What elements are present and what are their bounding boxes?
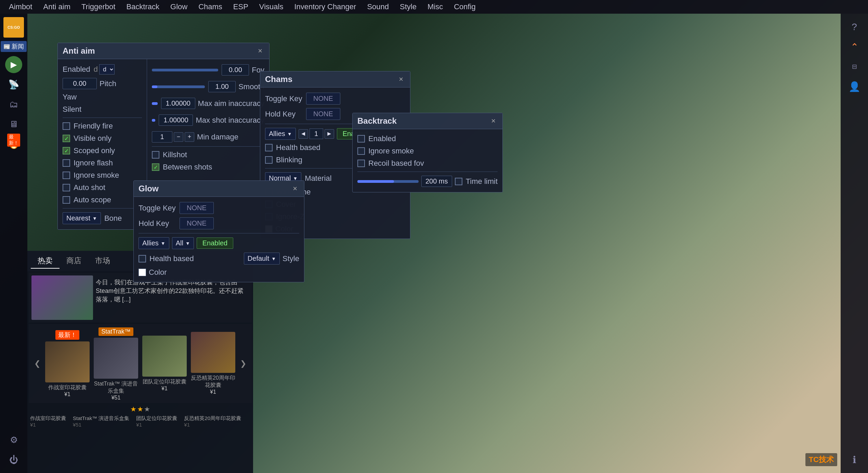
cb-between-shots[interactable]: [152, 163, 159, 171]
watermark: TC技术: [805, 453, 837, 466]
main-content: 热卖 商店 市场 今日，我们在游戏中上架了作战室印花胶囊，包含由Steam创意工…: [27, 14, 841, 473]
glow-toggle-key-btn[interactable]: NONE: [180, 202, 214, 214]
sidebar-monitor-icon[interactable]: 🖥: [5, 116, 22, 133]
right-question-icon[interactable]: ?: [846, 18, 863, 36]
menu-glow[interactable]: Glow: [165, 1, 193, 13]
new-badge-label: 最新！: [7, 134, 20, 147]
visible-only-label: Visible only: [74, 134, 111, 143]
time-limit-label: Time limit: [466, 177, 498, 186]
backtrack-panel: Backtrack × Enabled Ignore smoke Recoil …: [352, 113, 503, 192]
item-labels-row: 作战室印花胶囊¥1 StatTrak™ 演进音乐盒集¥51 团队定位印花胶囊¥1…: [27, 415, 253, 429]
max-shot-slider-track[interactable]: [152, 119, 155, 122]
chams-toggle-key-label: Toggle Key: [265, 94, 306, 103]
glow-allies-dropdown[interactable]: Allies ▼: [139, 237, 169, 249]
tab-store[interactable]: 商店: [60, 254, 88, 269]
min-damage-minus[interactable]: −: [174, 132, 183, 142]
backtrack-body: Enabled Ignore smoke Recoil based fov 20…: [353, 129, 502, 192]
menu-triggerbot[interactable]: Triggerbot: [76, 1, 121, 13]
menu-sound[interactable]: Sound: [361, 1, 394, 13]
cb-chams-blinking[interactable]: [265, 156, 273, 164]
backtrack-time-limit-row: 200 ms Time limit: [357, 174, 498, 189]
min-damage-plus[interactable]: +: [185, 132, 194, 142]
glow-hold-key-btn[interactable]: NONE: [180, 217, 214, 229]
enabled-select[interactable]: d: [99, 64, 115, 75]
cb-visible-only[interactable]: [63, 135, 70, 142]
sidebar-power-icon[interactable]: ⏻: [5, 451, 22, 468]
sidebar-inventory-icon[interactable]: 🗂: [5, 96, 22, 113]
menu-backtrack[interactable]: Backtrack: [121, 1, 165, 13]
chams-counter-next[interactable]: ►: [325, 129, 334, 139]
menu-chams[interactable]: Chams: [193, 1, 228, 13]
right-chevron-icon[interactable]: ⌃: [846, 38, 863, 55]
menu-antiaim[interactable]: Anti aim: [38, 1, 76, 13]
glow-default-dropdown[interactable]: Default ▼: [244, 253, 280, 265]
glow-color-swatch[interactable]: [139, 269, 146, 276]
chams-counter-prev[interactable]: ◄: [299, 129, 308, 139]
cb-auto-scope[interactable]: [63, 196, 70, 204]
right-mini-icon[interactable]: ⊟: [846, 58, 863, 75]
cb-time-limit[interactable]: [455, 178, 462, 185]
smooth-slider-fill: [152, 85, 157, 88]
menu-esp[interactable]: ESP: [228, 1, 254, 13]
backtrack-close[interactable]: ×: [489, 116, 498, 126]
sidebar-play-btn[interactable]: ▶: [5, 56, 22, 73]
cb-auto-shot[interactable]: [63, 184, 70, 191]
auto-scope-label: Auto scope: [74, 195, 111, 204]
glow-enabled-btn[interactable]: Enabled: [197, 238, 233, 249]
right-sidebar: ? ⌃ ⊟ 👤 ℹ: [841, 14, 868, 473]
chams-toggle-key-row: Toggle Key NONE: [265, 91, 405, 106]
item-name-2: 团队定位印花胶囊: [140, 378, 189, 386]
prev-btn[interactable]: ❮: [31, 359, 43, 368]
sidebar-new-item-icon[interactable]: 最新！ 🔥: [5, 135, 22, 152]
news-btn[interactable]: 📰新闻: [1, 41, 27, 52]
chams-toggle-key-btn[interactable]: NONE: [306, 93, 340, 105]
cb-scoped-only[interactable]: [63, 147, 70, 154]
menu-visuals[interactable]: Visuals: [254, 1, 289, 13]
glow-allies-row: Allies ▼ All ▼ Enabled: [139, 235, 299, 251]
enabled-dropdown-icon[interactable]: d: [99, 64, 115, 75]
fov-value: 0.00: [222, 64, 249, 76]
menu-misc[interactable]: Misc: [422, 1, 448, 13]
next-btn[interactable]: ❯: [237, 359, 249, 368]
cb-backtrack-ignore-smoke[interactable]: [357, 147, 365, 155]
anti-aim-close[interactable]: ×: [256, 46, 264, 56]
fov-slider-track[interactable]: [152, 69, 218, 71]
smooth-slider-container: [152, 85, 205, 88]
glow-close[interactable]: ×: [291, 184, 299, 194]
smooth-slider-track[interactable]: [152, 85, 205, 88]
tab-hot[interactable]: 热卖: [31, 254, 60, 269]
tab-market[interactable]: 市场: [88, 254, 117, 269]
friendly-fire-label: Friendly fire: [74, 122, 113, 131]
backtrack-enabled-label: Enabled: [368, 134, 396, 143]
glow-all-label: All: [176, 239, 183, 247]
cb-glow-health-based[interactable]: [139, 255, 146, 262]
chams-close[interactable]: ×: [397, 74, 405, 84]
menu-inventory-changer[interactable]: Inventory Changer: [289, 1, 361, 13]
cb-backtrack-enabled[interactable]: [357, 135, 365, 143]
chams-allies-dropdown[interactable]: Allies ▼: [265, 128, 296, 140]
cb-ignore-smoke[interactable]: [63, 172, 70, 179]
sidebar-settings-icon[interactable]: ⚙: [5, 431, 22, 448]
menu-aimbot[interactable]: Aimbot: [3, 1, 38, 13]
menu-config[interactable]: Config: [448, 1, 481, 13]
chams-hold-key-btn[interactable]: NONE: [306, 108, 340, 120]
cb-ignore-flash[interactable]: [63, 159, 70, 167]
sidebar-radio-icon[interactable]: 📡: [5, 76, 22, 93]
glow-all-dropdown[interactable]: All ▼: [172, 237, 194, 249]
time-limit-slider-track[interactable]: [357, 180, 419, 183]
right-info-icon[interactable]: ℹ: [846, 451, 863, 468]
cb-friendly-fire[interactable]: [63, 122, 70, 130]
glow-toggle-key-label: Toggle Key: [139, 204, 180, 213]
min-damage-input[interactable]: [152, 131, 172, 143]
right-user-icon[interactable]: 👤: [846, 78, 863, 95]
max-aim-slider-container: [152, 102, 158, 105]
nearest-dropdown[interactable]: Nearest ▼: [63, 212, 101, 224]
item-img-2: [142, 336, 187, 377]
cb-chams-health-based[interactable]: [265, 144, 273, 151]
max-shot-value: 1.00000: [159, 114, 193, 126]
menu-style[interactable]: Style: [394, 1, 422, 13]
cb-backtrack-recoil[interactable]: [357, 160, 365, 167]
max-aim-slider-track[interactable]: [152, 102, 158, 105]
cb-killshot[interactable]: [152, 151, 159, 159]
pitch-input[interactable]: [63, 78, 97, 89]
